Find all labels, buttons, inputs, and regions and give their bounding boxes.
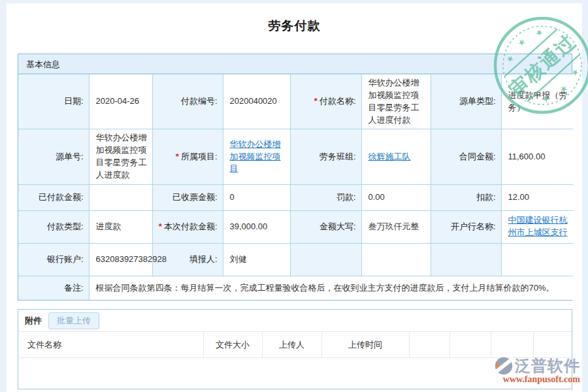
field-value-invoiced-amount: 0 bbox=[223, 184, 290, 210]
empty-label-cell bbox=[431, 243, 501, 276]
field-value-payment-name: 华软办公楼增加视频监控项目零星劳务工人进度付款 bbox=[361, 74, 431, 129]
field-value-remark: 根据合同条款第四条：每月结算一次，完成工程量验收合格后，在收到业主方支付的进度款… bbox=[89, 276, 573, 300]
field-value-payment-type: 进度款 bbox=[89, 210, 152, 243]
field-label-labor-team: 劳务班组: bbox=[290, 129, 361, 184]
attachments-empty-area bbox=[18, 358, 572, 389]
field-value-deduction: 12.00 bbox=[501, 184, 573, 210]
field-label-source-type: 源单类型: bbox=[431, 74, 501, 129]
column-header-file-name: 文件名称 bbox=[18, 332, 203, 358]
field-label-remark: 备注: bbox=[18, 276, 89, 300]
field-value-bank-name: 中国建设银行杭州市上城区支行 bbox=[501, 210, 573, 243]
field-label-project: *所属项目: bbox=[152, 129, 223, 184]
field-value-payment-no: 2020040020 bbox=[223, 74, 290, 129]
field-label-bank-account: 银行账户: bbox=[18, 243, 89, 276]
field-label-invoiced-amount: 已收票金额: bbox=[152, 184, 223, 210]
page-title: 劳务付款 bbox=[7, 18, 582, 35]
basic-info-table: 日期: 2020-04-26 付款编号: 2020040020 *付款名称: 华… bbox=[18, 74, 573, 300]
attachments-header-row: 文件名称 文件大小 上传人 上传时间 bbox=[18, 332, 572, 358]
bank-link[interactable]: 中国建设银行杭州市上城区支行 bbox=[508, 215, 568, 237]
field-value-filler: 刘健 bbox=[223, 243, 290, 276]
table-row: 付款类型: 进度款 *本次付款金额: 39,000.00 金额大写: 叁万玖仟元… bbox=[18, 210, 573, 243]
attachments-table: 文件名称 文件大小 上传人 上传时间 bbox=[18, 331, 572, 358]
table-row: 已付款金额: 已收票金额: 0 罚款: 0.00 扣款: 12.00 bbox=[18, 184, 573, 210]
field-label-payment-name: *付款名称: bbox=[290, 74, 361, 129]
page-card: 劳务付款 基本信息 日期: 2020-04-26 付款编号: 202004002… bbox=[7, 3, 582, 392]
field-label-source-no: 源单号: bbox=[18, 129, 89, 184]
field-value-current-payment: 39,000.00 bbox=[223, 210, 290, 243]
field-label-amount-words: 金额大写: bbox=[290, 210, 361, 243]
table-row: 银行账户: 632083927382928 填报人: 刘健 bbox=[18, 243, 573, 276]
column-header-upload-time: 上传时间 bbox=[321, 332, 409, 358]
attachments-toolbar: 附件 批量上传 bbox=[18, 310, 572, 331]
table-row: 源单号: 华软办公楼增加视频监控项目零星劳务工人进度款 *所属项目: 华软办公楼… bbox=[18, 129, 573, 184]
basic-info-section: 基本信息 日期: 2020-04-26 付款编号: 2020040020 *付款… bbox=[18, 54, 572, 301]
column-header-empty bbox=[449, 332, 491, 358]
empty-value-cell bbox=[361, 243, 431, 276]
attachments-label: 附件 bbox=[25, 315, 42, 327]
field-label-contract-amount: 合同金额: bbox=[431, 129, 501, 184]
empty-label-cell bbox=[290, 243, 361, 276]
field-value-date: 2020-04-26 bbox=[89, 74, 152, 129]
basic-info-header: 基本信息 bbox=[18, 54, 572, 74]
column-header-empty bbox=[491, 332, 533, 358]
field-label-deduction: 扣款: bbox=[431, 184, 501, 210]
empty-value-cell bbox=[501, 243, 573, 276]
attachments-section: 附件 批量上传 文件名称 文件大小 上传人 上传时间 bbox=[18, 309, 572, 389]
field-value-contract-amount: 11,600.00 bbox=[501, 129, 573, 184]
field-value-bank-account: 632083927382928 bbox=[89, 243, 152, 276]
field-label-date: 日期: bbox=[18, 74, 89, 129]
labor-team-link[interactable]: 徐辉施工队 bbox=[368, 152, 411, 161]
required-marker: * bbox=[176, 152, 179, 161]
field-value-amount-words: 叁万玖仟元整 bbox=[361, 210, 431, 243]
field-value-labor-team: 徐辉施工队 bbox=[361, 129, 431, 184]
batch-upload-button[interactable]: 批量上传 bbox=[48, 312, 99, 329]
field-value-project: 华软办公楼增加视频监控项目 bbox=[223, 129, 290, 184]
field-label-bank-name: 开户行名称: bbox=[431, 210, 501, 243]
field-label-penalty: 罚款: bbox=[290, 184, 361, 210]
column-header-empty bbox=[533, 332, 572, 358]
column-header-empty bbox=[409, 332, 449, 358]
remark-row: 备注: 根据合同条款第四条：每月结算一次，完成工程量验收合格后，在收到业主方支付… bbox=[18, 276, 573, 300]
column-header-file-size: 文件大小 bbox=[203, 332, 262, 358]
table-row: 日期: 2020-04-26 付款编号: 2020040020 *付款名称: 华… bbox=[18, 74, 573, 129]
project-link[interactable]: 华软办公楼增加视频监控项目 bbox=[230, 139, 281, 174]
field-value-source-no: 华软办公楼增加视频监控项目零星劳务工人进度款 bbox=[89, 129, 152, 184]
field-label-current-payment: *本次付款金额: bbox=[152, 210, 223, 243]
field-value-paid-amount bbox=[89, 184, 152, 210]
field-value-penalty: 0.00 bbox=[361, 184, 431, 210]
field-value-source-type: 进度款申报（劳务） bbox=[501, 74, 573, 129]
required-marker: * bbox=[159, 221, 162, 231]
column-header-uploader: 上传人 bbox=[262, 332, 321, 358]
required-marker: * bbox=[314, 96, 318, 106]
field-label-payment-no: 付款编号: bbox=[152, 74, 223, 129]
field-label-paid-amount: 已付款金额: bbox=[18, 184, 89, 210]
field-label-payment-type: 付款类型: bbox=[18, 210, 89, 243]
